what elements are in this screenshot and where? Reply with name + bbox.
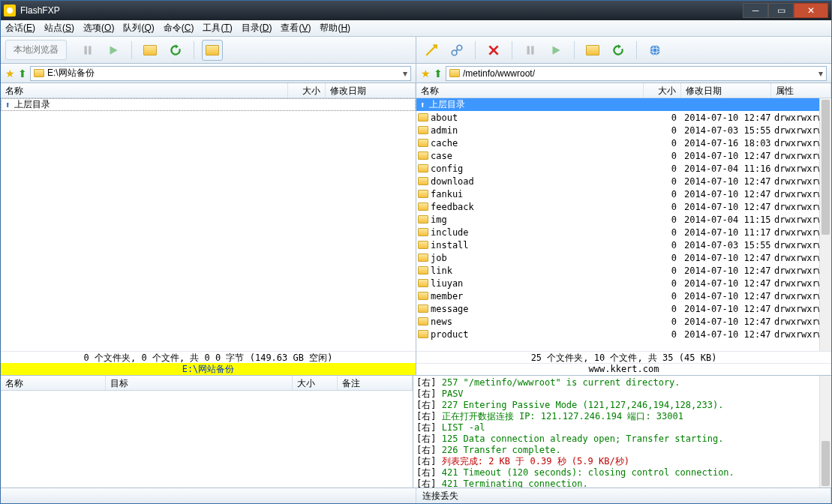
statusbar: 连接丢失 (1, 488, 831, 503)
menu-item[interactable]: 队列(Q) (123, 22, 154, 34)
col-name[interactable]: 名称 (416, 83, 644, 98)
list-item[interactable]: link02014-07-10 12:47drwxrwxrwx (416, 264, 831, 277)
col-name[interactable]: 名称 (1, 376, 106, 390)
list-item[interactable]: fankui02014-07-10 12:47drwxrwxrwx (416, 188, 831, 200)
list-item[interactable]: news02014-07-10 12:47drwxrwxrwx (416, 315, 831, 328)
menu-item[interactable]: 查看(V) (281, 22, 311, 34)
toolbar-right (416, 37, 831, 63)
path-input-right[interactable]: /metinfo/wwwroot/ ▾ (446, 66, 827, 81)
folder-icon (34, 69, 44, 77)
list-item[interactable]: liuyan02014-07-10 12:47drwxrwxrwx (416, 277, 831, 290)
abort-button[interactable] (483, 40, 504, 61)
left-path-highlight: E:\网站备份 (1, 363, 416, 375)
menu-item[interactable]: 会话(E) (5, 22, 35, 34)
folder-icon (449, 69, 460, 77)
up-icon-right[interactable]: ⬆ (434, 68, 443, 80)
menu-item[interactable]: 命令(C) (164, 22, 194, 34)
folder-icon (418, 292, 428, 300)
pause-button-right[interactable] (520, 40, 541, 61)
log-line: [右] PASV (416, 388, 828, 400)
refresh-button-left[interactable] (165, 40, 186, 61)
svg-rect-9 (531, 46, 533, 54)
left-status: 0 个文件夹, 0 个文件, 共 0 0 字节 (149.63 GB 空闲) (1, 351, 416, 363)
menu-item[interactable]: 选项(O) (83, 22, 114, 34)
list-item[interactable]: job02014-07-10 12:47drwxrwxrwx (416, 251, 831, 264)
right-list-header: 名称 大小 修改日期 属性 (416, 83, 831, 98)
favorite-icon-left[interactable]: ★ (5, 68, 15, 80)
left-panel: 名称 大小 修改日期 ⬆上层目录 0 个文件夹, 0 个文件, 共 0 0 字节… (1, 83, 416, 375)
log-line: [右] 227 Entering Passive Mode (121,127,2… (416, 400, 828, 411)
dropdown-icon[interactable]: ▾ (818, 68, 823, 79)
log-panel[interactable]: [右] 257 "/metinfo/wwwroot" is current di… (413, 376, 831, 488)
log-line: [右] 125 Data connection already open; Tr… (416, 434, 828, 445)
folder-icon (418, 241, 428, 249)
col-date[interactable]: 修改日期 (681, 83, 771, 98)
list-item[interactable]: include02014-07-10 11:17drwxrwxrwx (416, 226, 831, 238)
list-item[interactable]: install02014-07-03 15:55drwxrwxrwx (416, 238, 831, 251)
log-line: [右] 421 Terminating connection. (416, 478, 828, 488)
col-size[interactable]: 大小 (293, 376, 338, 390)
list-item[interactable]: message02014-07-10 12:47drwxrwxrwx (416, 302, 831, 315)
list-item[interactable]: case02014-07-10 12:47drwxrwxrwx (416, 149, 831, 162)
menu-item[interactable]: 帮助(H) (320, 22, 350, 34)
col-target[interactable]: 目标 (106, 376, 293, 390)
up-icon-left[interactable]: ⬆ (18, 68, 27, 80)
list-item[interactable]: download02014-07-10 12:47drwxrwxrwx (416, 175, 831, 188)
folder-tool-right[interactable] (582, 40, 603, 61)
close-button[interactable]: ✕ (794, 3, 828, 18)
pause-button-left[interactable] (77, 40, 98, 61)
maximize-button[interactable]: ▭ (768, 3, 794, 18)
disconnect-button[interactable] (446, 40, 467, 61)
right-file-list[interactable]: ⬆上层目录 about02014-07-10 12:47drwxrwxrwxad… (416, 98, 831, 351)
log-line: [右] 正在打开数据连接 IP: 121.127.246.194 端口: 330… (416, 411, 828, 422)
list-item[interactable]: img02014-07-04 11:15drwxrwxrwx (416, 213, 831, 226)
titlebar[interactable]: FlashFXP ─ ▭ ✕ (1, 1, 831, 20)
queue-list[interactable] (1, 391, 413, 488)
folder-icon (418, 254, 428, 262)
col-date[interactable]: 修改日期 (326, 83, 416, 98)
parent-dir-row[interactable]: ⬆上层目录 (1, 98, 416, 111)
log-line: [右] 257 "/metinfo/wwwroot" is current di… (416, 377, 828, 388)
explorer-button-left[interactable] (202, 40, 223, 61)
list-item[interactable]: admin02014-07-03 15:55drwxrwxrwx (416, 124, 831, 136)
folder-tool-left[interactable] (140, 40, 161, 61)
list-item[interactable]: product02014-07-10 12:47drwxrwxrwx (416, 328, 831, 340)
col-name[interactable]: 名称 (1, 83, 288, 98)
dropdown-icon[interactable]: ▾ (403, 68, 407, 79)
path-text-right: /metinfo/wwwroot/ (463, 68, 535, 79)
path-text-left: E:\网站备份 (47, 67, 95, 80)
parent-dir-row[interactable]: ⬆上层目录 (416, 98, 831, 111)
svg-marker-2 (110, 46, 118, 54)
menu-item[interactable]: 工具(T) (203, 22, 232, 34)
play-button-right[interactable] (545, 40, 566, 61)
col-remark[interactable]: 备注 (338, 376, 413, 390)
menu-item[interactable]: 目录(D) (242, 22, 272, 34)
favorite-icon-right[interactable]: ★ (421, 68, 431, 80)
folder-icon (418, 330, 428, 338)
globe-button[interactable] (644, 40, 665, 61)
left-file-list[interactable]: ⬆上层目录 (1, 98, 416, 351)
scrollbar[interactable] (819, 376, 831, 488)
refresh-button-right[interactable] (608, 40, 629, 61)
right-panel: 名称 大小 修改日期 属性 ⬆上层目录 about02014-07-10 12:… (416, 83, 831, 375)
list-item[interactable]: feedback02014-07-10 12:47drwxrwxrwx (416, 200, 831, 213)
up-arrow-icon: ⬆ (418, 100, 427, 110)
list-item[interactable]: config02014-07-04 11:16drwxrwxrwx (416, 162, 831, 175)
path-input-left[interactable]: E:\网站备份 ▾ (30, 66, 411, 81)
col-size[interactable]: 大小 (644, 83, 681, 98)
scrollbar[interactable] (819, 98, 831, 351)
menu-item[interactable]: 站点(S) (44, 22, 74, 34)
col-size[interactable]: 大小 (288, 83, 326, 98)
list-item[interactable]: cache02014-07-16 18:03drwxrwxrwx (416, 136, 831, 149)
pathbar-left: ★ ⬆ E:\网站备份 ▾ (1, 64, 416, 82)
main-area: 名称 大小 修改日期 ⬆上层目录 0 个文件夹, 0 个文件, 共 0 0 字节… (1, 83, 831, 376)
list-item[interactable]: member02014-07-10 12:47drwxrwxrwx (416, 290, 831, 302)
play-button-left[interactable] (103, 40, 124, 61)
connect-button[interactable] (421, 40, 442, 61)
log-line: [右] 列表完成: 2 KB 于 0.39 秒 (5.9 KB/秒) (416, 456, 828, 467)
col-attr[interactable]: 属性 (771, 83, 831, 98)
list-item[interactable]: about02014-07-10 12:47drwxrwxrwx (416, 111, 831, 124)
folder-icon (418, 139, 428, 147)
folder-icon (418, 177, 428, 185)
minimize-button[interactable]: ─ (743, 3, 768, 18)
